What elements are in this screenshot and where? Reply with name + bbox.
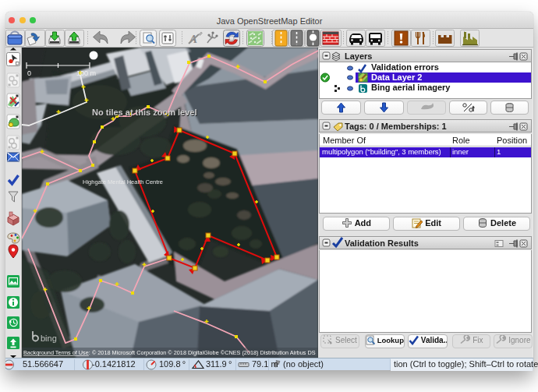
svg-text:bing: bing xyxy=(41,334,57,343)
svg-text:No tiles at this zoom level: No tiles at this zoom level xyxy=(92,108,196,117)
svg-text:Highgate Mental Health Centre: Highgate Mental Health Centre xyxy=(83,178,163,185)
svg-text:0: 0 xyxy=(27,69,31,77)
svg-text:Background Terms of Use: © 201: Background Terms of Use: © 2018 Microsof… xyxy=(23,349,316,356)
svg-text:100 m: 100 m xyxy=(76,69,96,77)
